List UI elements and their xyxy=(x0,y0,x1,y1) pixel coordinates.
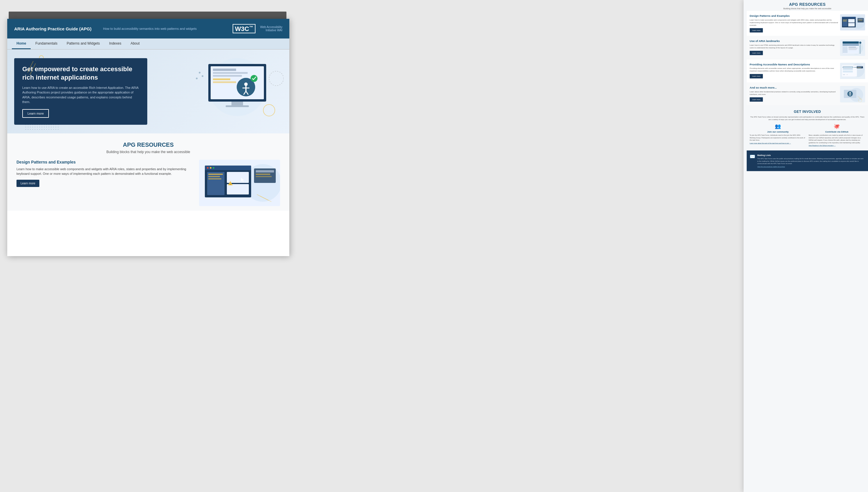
rp-design-patterns-title: Design Patterns and Examples xyxy=(750,14,838,17)
svg-rect-10 xyxy=(213,78,230,80)
rp-github-desc: Many valuable contributions are made by … xyxy=(809,134,865,144)
svg-rect-77 xyxy=(843,67,853,68)
svg-rect-56 xyxy=(858,18,864,22)
site-subtitle: How to build accessibility semantics int… xyxy=(103,27,197,30)
design-patterns-illustration: ! xyxy=(199,160,280,206)
rp-github-title: Contribute via GitHub xyxy=(809,130,865,133)
rp-aria-landmarks-btn[interactable]: Learn more xyxy=(750,51,763,55)
svg-rect-9 xyxy=(213,75,242,77)
svg-point-28 xyxy=(207,167,209,169)
nav-item-indexes[interactable]: Indexes xyxy=(104,39,126,49)
nav-item-fundamentals[interactable]: Fundamentals xyxy=(31,39,62,49)
w3c-logo: W3C™ xyxy=(233,24,255,33)
rp-aria-landmarks-img: 4 xyxy=(840,40,865,56)
wai-text: Web Accessibility Initiative WAI xyxy=(260,25,282,32)
svg-rect-80 xyxy=(843,71,853,72)
rp-design-patterns-btn[interactable]: Learn more xyxy=(750,28,763,32)
svg-rect-55 xyxy=(843,21,847,22)
design-patterns-title: Design Patterns and Examples xyxy=(17,160,195,164)
resources-subtitle: Building blocks that help you make the w… xyxy=(14,150,282,154)
rp-design-patterns-desc: Learn how to make accessible web compone… xyxy=(750,19,838,26)
svg-rect-42 xyxy=(256,174,270,175)
rp-mailing-section: ✉️ Mailing Lists The APG Task Force uses… xyxy=(747,150,868,171)
rp-mailing-link[interactable]: View the aria-practices mailing list arc… xyxy=(757,166,865,168)
rp-design-patterns-svg xyxy=(840,14,865,30)
svg-rect-41 xyxy=(256,170,274,172)
rp-get-involved-section: GET INVOLVED The APG Task Force relies o… xyxy=(747,106,868,150)
main-page: ARIA Authoring Practice Guide (APG) How … xyxy=(7,19,289,256)
rp-aria-landmarks-item: Use of ARIA landmarks Learn how to use H… xyxy=(747,36,868,59)
svg-rect-59 xyxy=(858,21,863,21)
svg-text:</p>: </p> xyxy=(843,74,845,75)
rp-mailing-content: Mailing Lists The APG Task Force uses th… xyxy=(757,154,865,168)
rp-title: APG RESOURCES xyxy=(749,2,865,7)
rp-github-link[interactable]: View Readme in the Github repository → xyxy=(809,145,865,146)
rp-subtitle: Building blocks that help you make the w… xyxy=(749,7,865,10)
deco-lines xyxy=(27,61,36,77)
design-patterns-learn-more[interactable]: Learn more xyxy=(17,180,40,187)
hero-learn-more-button[interactable]: Learn more xyxy=(22,109,49,118)
svg-text:</>: </> xyxy=(846,74,848,75)
nav-item-patterns[interactable]: Patterns and Widgets xyxy=(62,39,104,49)
rp-accessible-names-desc: Providing elements with accessible names… xyxy=(750,67,838,72)
rp-resources-header: APG RESOURCES Building blocks that help … xyxy=(747,0,868,11)
rp-and-more-title: And so much more... xyxy=(750,86,838,90)
nav-item-home[interactable]: Home xyxy=(12,39,31,49)
rp-gi-cards: 👥 Join our community To join the APG Tas… xyxy=(750,123,865,146)
nav-item-about[interactable]: About xyxy=(126,39,144,49)
header: ARIA Authoring Practice Guide (APG) How … xyxy=(7,19,289,39)
hero-section: Get empowered to create accessible rich … xyxy=(7,49,289,133)
hero-illustration xyxy=(191,55,284,119)
svg-rect-57 xyxy=(858,19,863,19)
rp-join-community-link[interactable]: Learn more about the work of the task fo… xyxy=(750,142,806,144)
svg-rect-54 xyxy=(843,21,846,21)
rp-and-more-desc: Learn about other fundamental practices … xyxy=(750,90,838,96)
rp-accessible-names-item: Providing Accessible Names and Descripti… xyxy=(747,59,868,82)
rp-join-community-card: 👥 Join our community To join the APG Tas… xyxy=(750,123,806,146)
hero-title: Get empowered to create accessible rich … xyxy=(22,65,139,82)
hero-content: Get empowered to create accessible rich … xyxy=(14,58,147,124)
rp-more-svg xyxy=(840,86,865,102)
apg-resources-section: APG RESOURCES Building blocks that help … xyxy=(7,133,289,211)
rp-and-more-img xyxy=(840,86,865,102)
rp-aria-landmarks-title: Use of ARIA landmarks xyxy=(750,40,838,43)
rp-get-involved-title: GET INVOLVED xyxy=(750,110,865,114)
svg-rect-64 xyxy=(843,44,859,46)
svg-rect-34 xyxy=(208,174,223,175)
site-title: ARIA Authoring Practice Guide (APG) xyxy=(14,26,92,31)
rp-accessible-names-title: Providing Accessible Names and Descripti… xyxy=(750,63,838,66)
svg-rect-65 xyxy=(843,46,847,53)
svg-rect-70 xyxy=(848,49,857,50)
svg-rect-58 xyxy=(858,20,862,20)
svg-rect-67 xyxy=(848,47,856,47)
rp-accessible-names-img: </p> </> xyxy=(840,63,865,79)
rp-join-community-desc: To join the APG Task Force, individuals … xyxy=(750,134,806,141)
svg-rect-49 xyxy=(842,17,856,19)
svg-text:!: ! xyxy=(230,183,231,185)
community-icon: 👥 xyxy=(750,123,806,129)
right-panel: APG RESOURCES Building blocks that help … xyxy=(744,0,868,492)
rp-and-more-item: And so much more... Learn about other fu… xyxy=(747,83,868,106)
rp-and-more-content: And so much more... Learn about other fu… xyxy=(750,86,838,102)
svg-rect-43 xyxy=(256,176,272,177)
hero-illustration-svg xyxy=(191,55,284,119)
rp-names-svg: </p> </> xyxy=(840,63,865,79)
rp-and-more-btn[interactable]: Learn more xyxy=(750,97,763,102)
rp-aria-landmarks-desc: Learn how to use HTML sectioning element… xyxy=(750,44,838,49)
svg-rect-69 xyxy=(848,49,857,49)
header-right: W3C™ Web Accessibility Initiative WAI xyxy=(233,24,282,33)
svg-rect-52 xyxy=(848,23,855,27)
svg-point-19 xyxy=(199,72,201,74)
svg-line-0 xyxy=(27,61,33,73)
main-nav: Home Fundamentals Patterns and Widgets I… xyxy=(7,39,289,49)
svg-rect-7 xyxy=(213,69,236,71)
rp-accessible-names-content: Providing Accessible Names and Descripti… xyxy=(750,63,838,78)
rp-join-community-title: Join our community xyxy=(750,130,806,133)
svg-rect-84 xyxy=(857,67,862,68)
rp-accessible-names-btn[interactable]: Learn more xyxy=(750,74,763,78)
svg-rect-6 xyxy=(226,105,249,107)
design-patterns-svg: ! xyxy=(199,160,280,206)
svg-rect-35 xyxy=(208,176,220,177)
svg-point-29 xyxy=(210,167,211,169)
rp-design-patterns-img xyxy=(840,14,865,30)
